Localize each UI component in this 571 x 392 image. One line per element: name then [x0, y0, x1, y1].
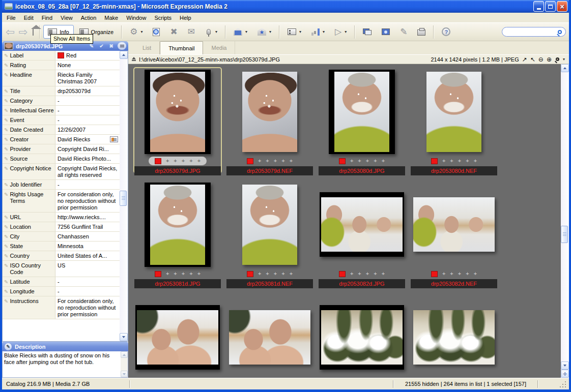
field-value-cell[interactable]: Red — [55, 51, 120, 60]
rating-plus-icon[interactable]: + — [350, 271, 353, 277]
rating-plus-icon[interactable]: + — [374, 271, 377, 277]
rating-row[interactable]: + + + + + — [333, 269, 391, 278]
field-value-cell[interactable]: - — [55, 180, 120, 189]
scroll-up-button[interactable] — [121, 351, 128, 358]
rating-plus-icon[interactable]: + — [274, 271, 277, 277]
photo-thumbnail[interactable] — [242, 72, 297, 152]
description-edit-icon[interactable]: ✎ — [5, 343, 12, 350]
title-bar[interactable]: icebox_08_05_28a [07_12_25-minn-xmas] - … — [2, 0, 569, 13]
photo-thumbnail[interactable] — [321, 310, 403, 365]
rating-plus-icon[interactable]: + — [474, 271, 477, 277]
rating-row[interactable]: + + + + + — [149, 269, 207, 278]
rotate-left-icon[interactable]: ↖ — [530, 56, 535, 63]
forward-button[interactable]: ⇨ — [17, 26, 30, 37]
scrollbar-thumb[interactable] — [561, 226, 568, 243]
rating-plus-icon[interactable]: + — [458, 158, 461, 164]
rating-plus-icon[interactable]: + — [350, 158, 353, 164]
thumbnail-cell[interactable]: + + + + + drp2053082d.JPG — [318, 180, 406, 286]
rating-plus-icon[interactable]: + — [382, 271, 385, 277]
rating-row[interactable]: + + + + + — [333, 157, 391, 165]
search-input[interactable] — [505, 28, 558, 36]
field-value-cell[interactable]: - — [55, 106, 120, 115]
field-value-cell[interactable]: United States of A... — [55, 251, 120, 260]
field-value-cell[interactable]: David Riecks Photo... — [55, 154, 120, 163]
rating-plus-icon[interactable]: + — [274, 158, 277, 164]
rating-plus-icon[interactable]: + — [374, 158, 377, 164]
edit-button[interactable]: ✎ — [395, 25, 412, 39]
rating-plus-icon[interactable]: + — [166, 158, 169, 164]
photo-thumbnail[interactable] — [413, 197, 495, 252]
help-button[interactable]: ? — [437, 25, 455, 39]
label-color-swatch[interactable] — [431, 271, 438, 277]
rating-plus-icon[interactable]: + — [450, 158, 453, 164]
field-edit-icon[interactable]: ✎ — [4, 127, 8, 133]
field-value-cell[interactable]: David Riecks — [55, 135, 120, 144]
field-edit-icon[interactable]: ✎ — [4, 214, 8, 221]
photo-thumbnail[interactable] — [242, 185, 297, 265]
menu-edit[interactable]: Edit — [20, 13, 38, 22]
thumbnail-cell[interactable]: + + + + + drp2053081d.JPG — [133, 180, 222, 286]
field-value-cell[interactable]: None — [55, 61, 120, 70]
thumbnail-cell[interactable] — [410, 293, 498, 378]
field-edit-icon[interactable]: ✎ — [4, 233, 8, 240]
scrollbar-thumb[interactable] — [120, 191, 127, 206]
field-edit-icon[interactable]: ✎ — [4, 182, 8, 188]
batch-convert-button[interactable] — [358, 25, 376, 39]
thumbnail-cell[interactable] — [225, 293, 314, 378]
minimize-button[interactable] — [533, 1, 544, 12]
maximize-button[interactable] — [545, 1, 556, 12]
field-value-cell[interactable]: Chanhassen — [55, 232, 120, 241]
photo-thumbnail[interactable] — [137, 310, 218, 365]
rotate-right-icon[interactable]: ↗ — [522, 56, 527, 63]
thumbnail-cell[interactable]: + + + + + drp2053079d.NEF — [225, 67, 314, 173]
rating-plus-icon[interactable]: + — [290, 158, 293, 164]
field-value-cell[interactable]: 12/26/2007 — [55, 125, 120, 134]
label-button[interactable]: ▾ — [229, 25, 252, 39]
photo-thumbnail[interactable] — [334, 72, 389, 152]
label-color-swatch[interactable] — [339, 158, 346, 164]
rating-plus-icon[interactable]: + — [290, 271, 293, 277]
search-box[interactable] — [502, 27, 566, 37]
thumbnail-cell[interactable]: + + + + + drp2053081d.NEF — [225, 180, 314, 286]
rating-plus-icon[interactable]: + — [382, 158, 385, 164]
field-value-cell[interactable]: drp2053079d — [55, 86, 120, 96]
label-color-swatch[interactable] — [155, 158, 161, 164]
rating-plus-icon[interactable]: + — [189, 158, 192, 164]
photo-thumbnail[interactable] — [413, 310, 495, 365]
rating-plus-icon[interactable]: + — [281, 271, 284, 277]
fields-scrollbar[interactable] — [120, 51, 128, 341]
thumbnail-size-button[interactable]: ▾ — [307, 25, 329, 39]
label-color-swatch[interactable] — [155, 271, 161, 277]
rating-plus-icon[interactable]: + — [258, 158, 261, 164]
menu-make[interactable]: Make — [100, 13, 122, 22]
pan-mode-button[interactable]: ✛ — [561, 370, 569, 378]
zoom-out-icon[interactable]: ⊖ — [538, 56, 544, 63]
rating-plus-icon[interactable]: + — [442, 271, 445, 277]
field-edit-icon[interactable]: ✎ — [4, 117, 8, 124]
field-value-cell[interactable]: Riecks Family Christmas 2007 — [55, 70, 120, 86]
rating-plus-icon[interactable]: + — [442, 158, 445, 164]
field-edit-icon[interactable]: ✎ — [4, 72, 8, 85]
media-window-button[interactable] — [377, 25, 394, 39]
label-color-swatch[interactable] — [431, 158, 438, 164]
menu-scripts[interactable]: Scripts — [150, 13, 176, 22]
field-edit-icon[interactable]: ✎ — [4, 288, 8, 295]
thumbnail-cell[interactable]: + + + + + drp2053082d.NEF — [410, 180, 498, 286]
apply-check-icon[interactable]: ✔ — [98, 43, 105, 49]
rating-plus-icon[interactable]: + — [466, 158, 469, 164]
description-header[interactable]: ✎ Description — [2, 342, 128, 351]
rating-row[interactable]: + + + + + — [241, 157, 299, 165]
field-edit-icon[interactable]: ✎ — [4, 279, 8, 285]
field-value-cell[interactable]: US — [55, 261, 120, 277]
field-value-cell[interactable]: For consideration only, no reproduction … — [55, 296, 120, 319]
panel-menu-button[interactable] — [118, 42, 126, 50]
menu-view[interactable]: View — [56, 13, 77, 22]
rating-row[interactable]: + + + + + — [425, 269, 483, 278]
field-edit-icon[interactable]: ✎ — [4, 224, 8, 230]
rating-button[interactable]: ★▾ — [253, 25, 276, 39]
thumbnail-cell[interactable] — [133, 293, 222, 378]
scroll-up-button[interactable] — [561, 64, 569, 72]
view-tab[interactable]: Media — [203, 41, 235, 54]
photo-thumbnail[interactable] — [150, 72, 205, 152]
slideshow-button[interactable]: ▷▾ — [330, 25, 351, 39]
